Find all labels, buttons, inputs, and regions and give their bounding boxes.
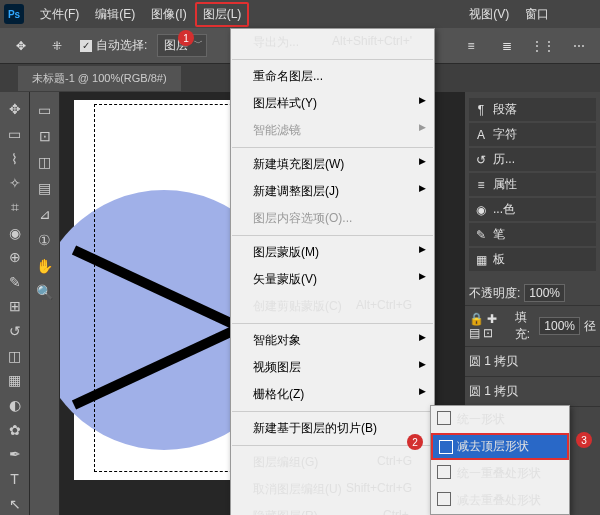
- marquee-tool[interactable]: ▭: [3, 123, 27, 146]
- menu-video-layers[interactable]: 视频图层: [231, 354, 434, 381]
- toolbox-left-1: ✥ ▭ ⌇ ✧ ⌗ ◉ ⊕ ✎ ⊞ ↺ ◫ ▦ ◐ ✿ ✒ T ↖: [0, 92, 30, 515]
- hand-tool[interactable]: ✋: [33, 254, 57, 278]
- history-brush-tool[interactable]: ↺: [3, 320, 27, 343]
- lasso-tool[interactable]: ⌇: [3, 147, 27, 170]
- menu-vector-mask[interactable]: 矢量蒙版(V): [231, 266, 434, 293]
- zoom-tool[interactable]: 🔍: [33, 280, 57, 304]
- count-tool[interactable]: ①: [33, 228, 57, 252]
- wand-tool[interactable]: ✧: [3, 172, 27, 195]
- distribute-icon[interactable]: ⋮⋮: [530, 33, 556, 59]
- layer-row-1[interactable]: 圆 1 拷贝: [465, 347, 600, 377]
- brush-icon: ✎: [474, 228, 488, 242]
- menu-window[interactable]: 窗口: [517, 2, 557, 27]
- menu-layer[interactable]: 图层(L): [195, 2, 250, 27]
- menu-clipping-mask[interactable]: 创建剪贴蒙版(C)Alt+Ctrl+G: [231, 293, 434, 320]
- panel-character[interactable]: A字符: [469, 123, 596, 146]
- subtract-icon: [439, 440, 453, 454]
- menu-smart-filter: 智能滤镜: [231, 117, 434, 144]
- layer-menu-dropdown: 导出为...Alt+Shift+Ctrl+' 重命名图层... 图层样式(Y) …: [230, 28, 435, 515]
- pen-tool[interactable]: ✒: [3, 443, 27, 466]
- menubar: Ps 文件(F) 编辑(E) 图像(I) 图层(L) 视图(V) 窗口: [0, 0, 600, 28]
- note-tool[interactable]: ▤: [33, 176, 57, 200]
- document-tab[interactable]: 未标题-1 @ 100%(RGB/8#): [18, 66, 181, 91]
- brush-tool[interactable]: ✎: [3, 270, 27, 293]
- path-tool[interactable]: ↖: [3, 492, 27, 515]
- history-icon: ↺: [474, 153, 488, 167]
- panel-properties[interactable]: ≡属性: [469, 173, 596, 196]
- layers-panel: 不透明度: 100% 🔒 ✚ ▤ ⊡ 填充: 100% 径 圆 1 拷贝 圆 1…: [465, 281, 600, 407]
- eraser-tool[interactable]: ◫: [3, 344, 27, 367]
- heal-tool[interactable]: ⊕: [3, 246, 27, 269]
- panel-history[interactable]: ↺历...: [469, 148, 596, 171]
- panel-swatches[interactable]: ▦板: [469, 248, 596, 271]
- blur-tool[interactable]: ◐: [3, 394, 27, 417]
- dodge-tool[interactable]: ✿: [3, 418, 27, 441]
- menu-export-as[interactable]: 导出为...Alt+Shift+Ctrl+': [231, 29, 434, 56]
- opacity-input[interactable]: 100%: [524, 284, 565, 302]
- menu-new-adj-layer[interactable]: 新建调整图层(J): [231, 178, 434, 205]
- panel-paragraph[interactable]: ¶段落: [469, 98, 596, 121]
- layer-row-2[interactable]: 圆 1 拷贝: [465, 377, 600, 407]
- intersect-icon: [437, 465, 451, 479]
- menu-layer-mask[interactable]: 图层蒙版(M): [231, 239, 434, 266]
- align-icon[interactable]: ≡: [458, 33, 484, 59]
- align-icon-2[interactable]: ≣: [494, 33, 520, 59]
- move-tool[interactable]: ✥: [3, 98, 27, 121]
- annotation-badge-2: 2: [407, 434, 423, 450]
- layers-fill-row: 🔒 ✚ ▤ ⊡ 填充: 100% 径: [465, 306, 600, 347]
- paragraph-icon: ¶: [474, 103, 488, 117]
- menu-view[interactable]: 视图(V): [461, 2, 517, 27]
- annotation-badge-1: 1: [178, 30, 194, 46]
- crop-tool[interactable]: ⌗: [3, 197, 27, 220]
- menu-group-layers[interactable]: 图层编组(G)Ctrl+G: [231, 449, 434, 476]
- app-icon: Ps: [4, 4, 24, 24]
- submenu-subtract-front[interactable]: 减去顶层形状: [431, 433, 569, 460]
- panel-brush[interactable]: ✎笔: [469, 223, 596, 246]
- frame-tool[interactable]: ⊡: [33, 124, 57, 148]
- layers-opacity-row: 不透明度: 100%: [465, 281, 600, 306]
- panel-color[interactable]: ◉...色: [469, 198, 596, 221]
- ruler-tool[interactable]: ⊿: [33, 202, 57, 226]
- swatches-icon: ▦: [474, 253, 488, 267]
- toolbox-left-2: ▭ ⊡ ◫ ▤ ⊿ ① ✋ 🔍: [30, 92, 60, 515]
- character-icon: A: [474, 128, 488, 142]
- slice-tool[interactable]: ◫: [33, 150, 57, 174]
- properties-icon: ≡: [474, 178, 488, 192]
- menu-rasterize[interactable]: 栅格化(Z): [231, 381, 434, 408]
- annotation-badge-3: 3: [576, 432, 592, 448]
- eyedropper-tool[interactable]: ◉: [3, 221, 27, 244]
- exclude-icon: [437, 492, 451, 506]
- submenu-exclude[interactable]: 减去重叠处形状: [431, 487, 569, 514]
- artboard-tool[interactable]: ▭: [33, 98, 57, 122]
- menu-new-fill-layer[interactable]: 新建填充图层(W): [231, 151, 434, 178]
- fill-input[interactable]: 100%: [539, 317, 580, 335]
- menu-ungroup-layers: 取消图层编组(U)Shift+Ctrl+G: [231, 476, 434, 503]
- menu-content-options: 图层内容选项(O)...: [231, 205, 434, 232]
- menu-rename-layer[interactable]: 重命名图层...: [231, 63, 434, 90]
- menu-hide-layers[interactable]: 隐藏图层(R)Ctrl+,: [231, 503, 434, 515]
- move-tool-icon: ✥: [8, 33, 34, 59]
- type-tool[interactable]: T: [3, 468, 27, 491]
- color-icon: ◉: [474, 203, 488, 217]
- menu-file[interactable]: 文件(F): [32, 2, 87, 27]
- submenu-unite[interactable]: 统一形状: [431, 406, 569, 433]
- auto-select-checkbox[interactable]: 自动选择:: [80, 37, 147, 54]
- more-icon[interactable]: ⋯: [566, 33, 592, 59]
- menu-edit[interactable]: 编辑(E): [87, 2, 143, 27]
- panel-tabs-top: ¶段落 A字符 ↺历... ≡属性 ◉...色 ✎笔 ▦板: [465, 92, 600, 277]
- move-tool-arrows-icon: ⁜: [44, 33, 70, 59]
- submenu-intersect[interactable]: 统一重叠处形状: [431, 460, 569, 487]
- menu-smart-objects[interactable]: 智能对象: [231, 327, 434, 354]
- menu-layer-style[interactable]: 图层样式(Y): [231, 90, 434, 117]
- gradient-tool[interactable]: ▦: [3, 369, 27, 392]
- unite-icon: [437, 411, 451, 425]
- menu-new-slice[interactable]: 新建基于图层的切片(B): [231, 415, 434, 442]
- stamp-tool[interactable]: ⊞: [3, 295, 27, 318]
- combine-shapes-submenu: 统一形状 减去顶层形状 统一重叠处形状 减去重叠处形状: [430, 405, 570, 515]
- menu-image[interactable]: 图像(I): [143, 2, 194, 27]
